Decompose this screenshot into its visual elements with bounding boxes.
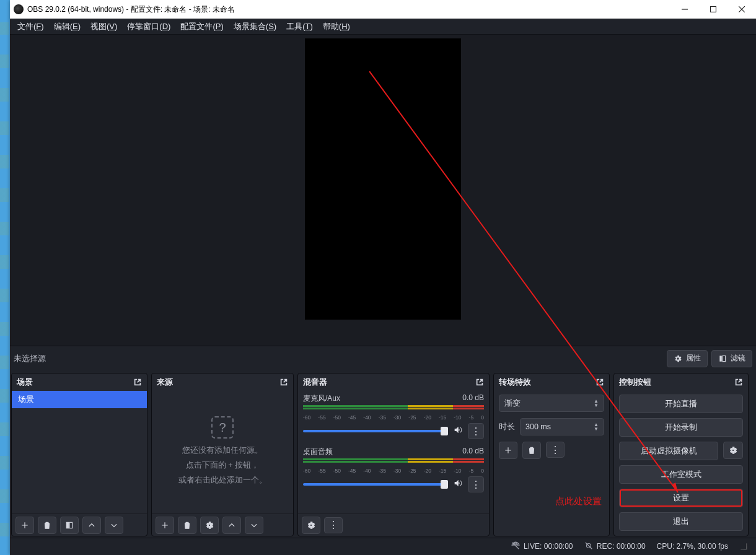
status-bar: LIVE: 00:00:00 REC: 00:00:00 CPU: 2.7%, … [10, 538, 756, 554]
mixer-channel-mic: 麦克风/Aux0.0 dB -60-55-50-45-40-35-30-25-2… [303, 393, 484, 439]
vu-meter [303, 405, 484, 414]
volume-slider[interactable] [303, 430, 448, 432]
minimize-button[interactable] [670, 0, 699, 19]
menu-file[interactable]: 文件(F) [12, 19, 49, 34]
add-scene-button[interactable] [15, 517, 34, 534]
add-transition-button[interactable] [499, 442, 517, 459]
resize-grip-icon[interactable] [739, 542, 748, 551]
obs-icon [14, 4, 24, 14]
no-source-label: 未选择源 [14, 353, 46, 364]
scenes-dock: 场景 场景 [11, 373, 147, 536]
cpu-status: CPU: 2.7%, 30.00 fps [657, 542, 728, 551]
svg-rect-2 [723, 356, 726, 361]
popout-icon[interactable] [475, 378, 484, 387]
speaker-icon[interactable] [453, 425, 463, 437]
maximize-button[interactable] [699, 0, 727, 19]
meter-ticks: -60-55-50-45-40-35-30-25-20-15-10-50 [303, 414, 484, 421]
scene-down-button[interactable] [105, 517, 123, 534]
vcam-settings-button[interactable] [723, 442, 743, 459]
scene-up-button[interactable] [82, 517, 101, 534]
start-stream-button[interactable]: 开始直播 [619, 395, 743, 413]
window-title: OBS 29.0.2 (64-bit, windows) - 配置文件: 未命名… [27, 4, 670, 15]
svg-rect-4 [69, 522, 73, 528]
menu-profile[interactable]: 配置文件(P) [175, 19, 228, 34]
sources-empty[interactable]: ? 您还没有添加任何源。 点击下面的 + 按钮， 或者右击此处添加一个。 [152, 391, 293, 513]
context-toolbar: 未选择源 属性 滤镜 [10, 346, 756, 370]
transitions-title: 转场特效 [499, 377, 531, 388]
docks-row: 场景 场景 来源 ? 您还没有添加任何源。 点击下面的 + 按钮， [10, 370, 756, 538]
studio-mode-button[interactable]: 工作室模式 [619, 465, 743, 484]
popout-icon[interactable] [596, 378, 604, 387]
scenes-title: 场景 [17, 377, 33, 388]
obs-window: OBS 29.0.2 (64-bit, windows) - 配置文件: 未命名… [10, 0, 756, 555]
popout-icon[interactable] [734, 378, 743, 387]
settings-button[interactable]: 设置 [619, 489, 743, 507]
live-status: LIVE: 00:00:00 [511, 541, 573, 551]
svg-rect-1 [719, 356, 722, 361]
mixer-menu-button[interactable]: ⋮ [324, 517, 343, 533]
preview-area[interactable] [10, 35, 756, 346]
menu-scene-collection[interactable]: 场景集合(S) [229, 19, 281, 34]
sources-title: 来源 [157, 377, 173, 388]
menu-bar: 文件(F) 编辑(E) 视图(V) 停靠窗口(D) 配置文件(P) 场景集合(S… [10, 19, 756, 35]
mixer-settings-button[interactable] [302, 517, 320, 534]
exit-button[interactable]: 退出 [619, 512, 743, 531]
vu-meter [303, 458, 484, 467]
remove-scene-button[interactable] [38, 517, 56, 534]
add-source-button[interactable] [156, 517, 174, 534]
channel-menu-button[interactable]: ⋮ [468, 476, 484, 492]
svg-rect-3 [66, 522, 69, 528]
transitions-dock: 转场特效 渐变▲▼ 时长 300 ms▲▼ ⋮ [493, 373, 610, 536]
transition-select[interactable]: 渐变▲▼ [499, 395, 604, 412]
mixer-dock: 混音器 麦克风/Aux0.0 dB -60-55-50-45-40-35-30-… [297, 373, 490, 536]
mixer-title: 混音器 [303, 377, 327, 388]
scene-item[interactable]: 场景 [12, 391, 147, 408]
title-bar: OBS 29.0.2 (64-bit, windows) - 配置文件: 未命名… [10, 0, 756, 19]
close-button[interactable] [727, 0, 756, 19]
sources-dock: 来源 ? 您还没有添加任何源。 点击下面的 + 按钮， 或者右击此处添加一个。 [151, 373, 294, 536]
filters-button[interactable]: 滤镜 [711, 350, 752, 367]
menu-view[interactable]: 视图(V) [86, 19, 122, 34]
menu-dock[interactable]: 停靠窗口(D) [122, 19, 175, 34]
question-icon: ? [211, 416, 234, 439]
duration-label: 时长 [499, 422, 515, 432]
start-vcam-button[interactable]: 启动虚拟摄像机 [619, 442, 718, 460]
source-up-button[interactable] [222, 517, 241, 534]
desktop-hint [0, 22, 9, 536]
speaker-icon[interactable] [453, 478, 463, 491]
channel-menu-button[interactable]: ⋮ [468, 423, 484, 439]
properties-button[interactable]: 属性 [667, 350, 708, 367]
menu-tools[interactable]: 工具(T) [281, 19, 318, 34]
volume-slider[interactable] [303, 483, 448, 486]
menu-edit[interactable]: 编辑(E) [49, 19, 86, 34]
menu-help[interactable]: 帮助(H) [318, 19, 355, 34]
source-properties-button[interactable] [200, 517, 219, 534]
meter-ticks: -60-55-50-45-40-35-30-25-20-15-10-50 [303, 468, 484, 474]
svg-rect-0 [711, 7, 716, 12]
controls-dock: 控制按钮 开始直播 开始录制 启动虚拟摄像机 工作室模式 设置 退出 [613, 373, 749, 536]
start-record-button[interactable]: 开始录制 [619, 418, 743, 437]
remove-source-button[interactable] [178, 517, 196, 534]
transition-menu-button[interactable]: ⋮ [546, 442, 565, 458]
popout-icon[interactable] [133, 378, 142, 387]
scene-filter-button[interactable] [60, 517, 79, 534]
popout-icon[interactable] [279, 378, 288, 387]
duration-input[interactable]: 300 ms▲▼ [520, 418, 604, 435]
remove-transition-button[interactable] [522, 442, 541, 459]
controls-title: 控制按钮 [619, 377, 651, 388]
rec-status: REC: 00:00:00 [584, 541, 646, 551]
preview-canvas[interactable] [305, 38, 461, 320]
source-down-button[interactable] [245, 517, 263, 534]
mixer-channel-desktop: 桌面音频0.0 dB -60-55-50-45-40-35-30-25-20-1… [303, 447, 484, 492]
